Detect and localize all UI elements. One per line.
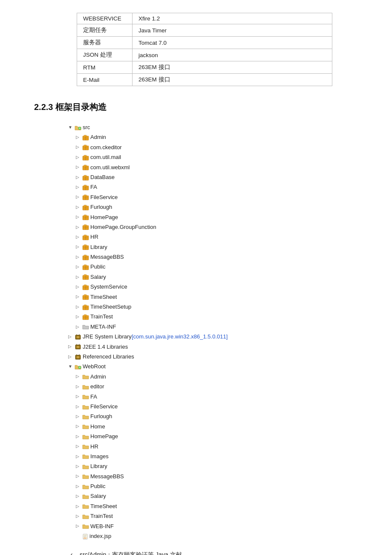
tree-icon [75,332,83,341]
table-cell-col2: 263EM 接口 [133,61,332,74]
tree-item: ▷ Furlough [76,202,358,212]
tree-icon [82,192,90,202]
tree-arrow: ▷ [76,492,81,500]
tree-icon [82,431,90,441]
tree-arrow: ▷ [76,383,81,390]
tree-item: ▷ Referenced Libraries [68,352,358,361]
svg-rect-2 [84,135,86,137]
tree-arrow: ▷ [76,313,81,321]
tree-arrow: ▷ [76,422,81,430]
table-cell-col1: E-Mail [77,74,133,86]
tree-label: Admin [90,132,106,142]
svg-rect-66 [84,295,86,296]
tree-icon [82,132,90,142]
svg-rect-22 [84,185,86,187]
tree-item: ▷ Library [76,461,358,471]
svg-rect-50 [84,255,86,257]
tree-label: Library [90,242,107,252]
tree-label: Admin [90,372,106,382]
tree-label: com.ckeditor [90,142,122,152]
svg-rect-10 [84,155,86,157]
tree-label: Furlough [90,411,112,421]
table-cell-col2: Tomcat 7.0 [133,37,332,49]
tree-icon [82,481,90,491]
tree-label: MessageBBS [90,252,124,262]
table-row: JSON 处理jackson [77,49,332,61]
tree-label: META-INF [90,322,116,332]
tree-label-extra: [com.sun.java.jre.win32.x86_1.5.0.011] [132,332,228,341]
check-icon: ✓ [68,552,74,555]
tree-item: ▷ FileService [76,192,358,202]
tree-arrow: ▷ [76,173,81,181]
table-cell-col1: 定期任务 [77,24,133,37]
tree-item: ▷ Salary [76,491,358,501]
tree-label: Salary [90,272,106,282]
tree-icon [82,312,90,321]
tree-label: TrainTest [90,312,113,321]
tree-label: J2EE 1.4 Libraries [83,342,128,352]
tree-arrow: ▷ [76,163,81,171]
tree-icon [82,372,90,382]
tree-label: Referenced Libraries [83,352,134,361]
table-row: 定期任务Java Timer [77,24,332,37]
tree-item: ▷ TimeSheet [76,292,358,302]
tree-label: com.util.mail [90,152,121,162]
tree-item: ▷ TimeSheetSetup [76,302,358,312]
tree-arrow: ▷ [76,273,81,281]
tree-label: MessageBBS [90,471,124,481]
tree-item: ▷ Public [76,481,358,491]
table-cell-col1: 服务器 [77,37,133,49]
tree-arrow: ▼ [68,363,73,370]
tree-arrow: ▷ [76,453,81,460]
svg-rect-26 [84,195,86,197]
svg-rect-38 [84,225,86,226]
tree-icon [82,142,90,152]
tree-icon [75,342,83,352]
tree-arrow: ▷ [76,283,81,291]
tree-icon [82,222,90,232]
tree-arrow: ▷ [76,213,81,221]
tree-label: HomePage [90,431,118,441]
tree-icon [82,521,90,531]
tree-icon [82,282,90,292]
tree-item: ▷ HR [76,442,358,451]
tree-icon [82,402,90,411]
tree-item: ▷ Salary [76,272,358,282]
tree-arrow: ▷ [76,373,81,380]
svg-rect-58 [84,275,86,276]
tree-icon [82,252,90,262]
tree-label: FA [90,392,97,402]
svg-rect-62 [84,285,86,286]
tree-icon: JSP [82,531,89,541]
tree-item: ▷ Admin [76,132,358,142]
tree-label: WebRoot [83,361,106,371]
tree-item: ▷ FileService [76,402,358,411]
tree-arrow: ▷ [76,323,81,331]
tree-arrow: ▷ [76,483,81,490]
tree-arrow: ▷ [76,193,81,201]
tree-icon [75,352,83,361]
svg-rect-14 [84,165,86,167]
svg-rect-30 [84,205,86,207]
tree-label: HomePage [90,212,118,222]
table-cell-col2: Java Timer [133,24,332,37]
file-tree: ▼ src▷ Admin▷ com.ckeditor▷ com.util.mai… [68,122,358,541]
tree-arrow: ▷ [76,303,81,311]
table-row: E-Mail263EM 接口 [77,74,332,86]
tree-label: FileService [90,192,118,202]
tree-icon [75,361,83,371]
tree-label: HR [90,232,98,242]
tree-icon [82,172,90,182]
tree-arrow: ▷ [76,512,81,520]
tree-arrow: ▷ [76,223,81,231]
tree-label: com.util.webxml [90,162,130,172]
tree-arrow: ▷ [68,343,73,350]
tree-label: FileService [90,402,118,411]
tree-label: Home [90,422,105,431]
tree-item: ▷ FA [76,182,358,192]
tree-icon [82,322,90,332]
tree-item: ▷ HomePage [76,431,358,441]
tree-arrow: ▷ [76,233,81,241]
svg-rect-18 [84,175,86,177]
bullet-item: ✓src/Admin：寄存顾客验证等 Java 文献 [68,551,358,555]
